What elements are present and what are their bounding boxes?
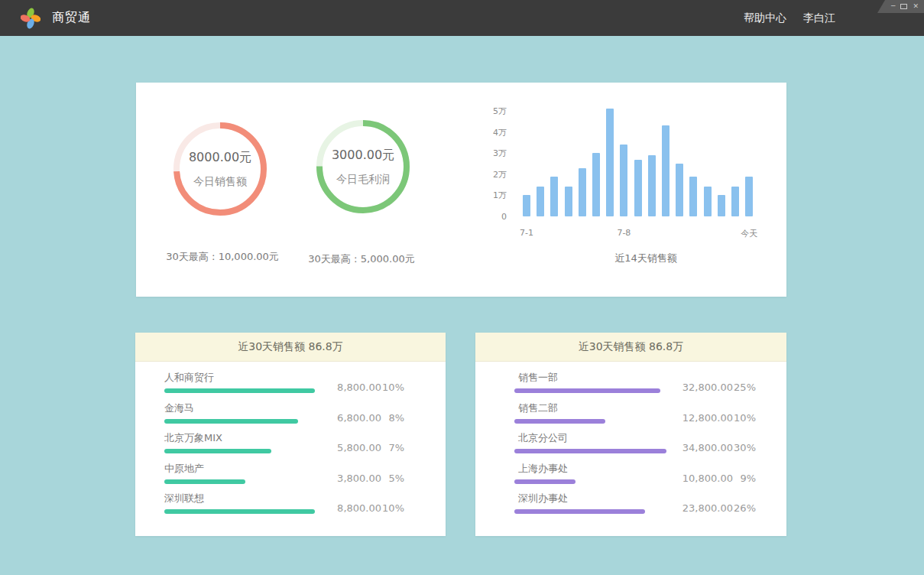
rank-label: 北京万象MIX	[164, 431, 271, 445]
y-tick: 0	[465, 212, 507, 222]
y-tick: 3万	[465, 148, 507, 159]
rank-percent: 25%	[733, 382, 756, 393]
rank-value: 12,800.00	[682, 412, 733, 424]
rank-bar	[514, 388, 660, 393]
today-profit-value: 3000.00元	[332, 148, 394, 164]
x-tick: 7-8	[617, 228, 631, 238]
sales-bar	[523, 195, 530, 216]
close-button[interactable]: ✕	[913, 3, 919, 10]
rank-row: 深圳联想 8,800.00 10%	[164, 485, 404, 515]
brand: 商贸通	[0, 8, 91, 29]
rank-percent: 10%	[733, 412, 756, 424]
rank-percent: 30%	[733, 442, 756, 453]
rank-percent: 10%	[381, 382, 404, 393]
sales-bar	[745, 177, 753, 216]
rank-row: 上海办事处 10,800.00 9%	[514, 454, 756, 484]
rank-bar	[164, 419, 298, 424]
rank-percent: 8%	[381, 412, 404, 424]
maximize-button[interactable]	[900, 4, 907, 9]
help-center-link[interactable]: 帮助中心	[744, 11, 786, 25]
sales-bar	[537, 187, 544, 216]
department-ranking-title: 近30天销售额 86.8万	[475, 333, 786, 362]
pinwheel-logo-icon	[21, 8, 41, 29]
rank-value: 34,800.00	[682, 442, 733, 453]
sales-bar	[606, 109, 614, 216]
y-tick: 1万	[465, 190, 507, 201]
rank-label: 销售二部	[518, 401, 605, 415]
sales-bar	[565, 187, 572, 216]
rank-label: 中原地产	[164, 462, 245, 476]
dashboard: 8000.00元 今日销售额 30天最高：10,000.00元 3000.00元…	[0, 36, 924, 575]
window-controls: ─ ✕	[877, 0, 924, 13]
rank-bar	[164, 479, 245, 484]
titlebar: 商贸通 帮助中心 李白江 ─ ✕	[0, 0, 924, 36]
sales-bar	[689, 177, 697, 216]
rank-value: 5,800.00	[337, 442, 381, 453]
rank-label: 深圳办事处	[518, 492, 645, 505]
rank-percent: 10%	[381, 502, 404, 514]
rank-value: 8,800.00	[337, 502, 381, 514]
rank-bar	[514, 419, 605, 424]
sales-bar	[718, 195, 725, 216]
sales-14day-bar-chart	[523, 102, 766, 216]
today-profit-label: 今日毛利润	[336, 173, 390, 187]
department-ranking-list: 销售一部 32,800.00 25% 销售二部 12,800.00 10% 北京…	[475, 362, 786, 515]
rank-bar	[164, 388, 315, 393]
rank-percent: 7%	[381, 442, 404, 453]
sales-bar	[662, 125, 669, 216]
today-sales-ring: 8000.00元 今日销售额	[172, 121, 268, 217]
rank-label: 人和商贸行	[164, 371, 315, 385]
today-sales-label: 今日销售额	[193, 175, 247, 189]
rank-label: 金海马	[164, 401, 298, 415]
rank-label: 销售一部	[518, 371, 660, 385]
minimize-button[interactable]: ─	[891, 3, 895, 10]
rank-value: 10,800.00	[682, 473, 733, 484]
rank-bar	[514, 509, 645, 514]
sales-bar	[634, 160, 642, 217]
rank-bar	[164, 449, 271, 453]
rank-value: 32,800.00	[682, 382, 733, 393]
rank-value: 23,800.00	[682, 502, 733, 514]
sales-bar	[550, 177, 558, 216]
rank-bar	[514, 449, 666, 453]
sales-bar	[579, 168, 586, 217]
profit-30day-max: 30天最高：5,000.00元	[277, 252, 446, 266]
rank-row: 销售二部 12,800.00 10%	[514, 394, 756, 424]
rank-percent: 5%	[381, 473, 404, 484]
sales-bar	[676, 164, 683, 216]
customer-ranking-list: 人和商贸行 8,800.00 10% 金海马 6,800.00 8% 北京万象M…	[135, 362, 446, 515]
x-tick: 7-1	[520, 228, 533, 238]
rank-bar	[514, 479, 575, 484]
y-tick: 4万	[465, 126, 507, 138]
rank-bar	[164, 509, 315, 514]
today-sales-value: 8000.00元	[189, 150, 251, 166]
rank-row: 中原地产 3,800.00 5%	[164, 454, 404, 484]
rank-percent: 26%	[733, 502, 756, 514]
rank-value: 6,800.00	[337, 412, 381, 424]
titlebar-links: 帮助中心 李白江	[744, 0, 835, 36]
bar-chart-title: 近14天销售额	[569, 252, 722, 265]
rank-row: 北京分公司 34,800.00 30%	[514, 424, 756, 454]
customer-ranking-card: 近30天销售额 86.8万 人和商贸行 8,800.00 10% 金海马 6,8…	[135, 333, 446, 536]
y-tick: 2万	[465, 168, 507, 180]
rank-label: 上海办事处	[518, 462, 575, 476]
rank-percent: 9%	[733, 473, 756, 484]
sales-bar	[704, 187, 712, 216]
app-title: 商贸通	[52, 10, 91, 26]
rank-value: 8,800.00	[337, 382, 381, 393]
overview-card: 8000.00元 今日销售额 30天最高：10,000.00元 3000.00元…	[136, 83, 786, 297]
today-profit-ring: 3000.00元 今日毛利润	[315, 119, 411, 215]
rank-row: 深圳办事处 23,800.00 26%	[514, 485, 756, 515]
rank-label: 北京分公司	[518, 431, 666, 445]
rank-row: 北京万象MIX 5,800.00 7%	[164, 424, 404, 454]
x-tick: 今天	[741, 228, 757, 239]
rank-row: 人和商贸行 8,800.00 10%	[164, 364, 404, 394]
department-ranking-card: 近30天销售额 86.8万 销售一部 32,800.00 25% 销售二部 12…	[475, 333, 786, 536]
rank-value: 3,800.00	[337, 473, 381, 484]
sales-bar	[592, 153, 600, 216]
rank-row: 销售一部 32,800.00 25%	[514, 364, 756, 394]
customer-ranking-title: 近30天销售额 86.8万	[135, 333, 446, 362]
rank-label: 深圳联想	[164, 492, 315, 505]
user-name[interactable]: 李白江	[803, 11, 835, 25]
sales-bar	[731, 187, 739, 216]
